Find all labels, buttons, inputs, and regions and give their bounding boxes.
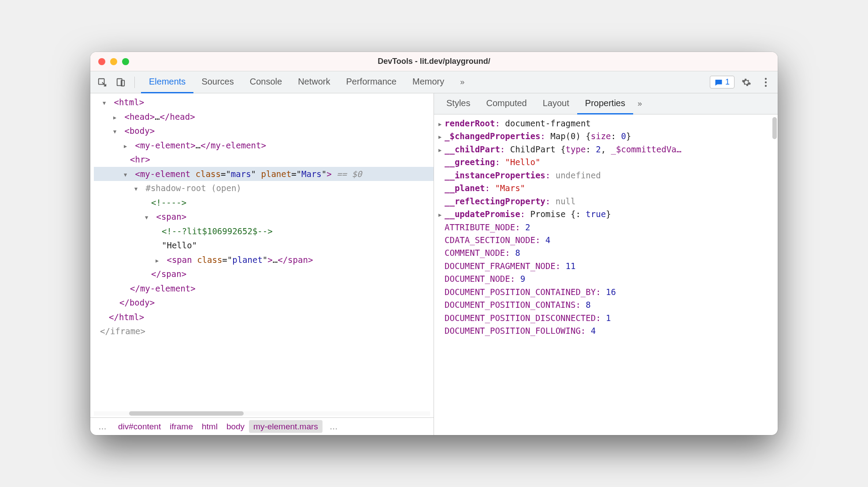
property-row[interactable]: DOCUMENT_POSITION_DISCONNECTED: 1 <box>438 312 773 325</box>
tab-sources[interactable]: Sources <box>193 71 241 93</box>
dom-html-close[interactable]: </html> <box>94 310 434 325</box>
vertical-scrollbar-thumb[interactable] <box>772 117 777 139</box>
property-row[interactable]: DOCUMENT_POSITION_FOLLOWING: 4 <box>438 325 773 337</box>
crumb-overflow-left[interactable]: … <box>94 420 111 433</box>
settings-icon[interactable] <box>739 75 754 90</box>
dom-comment-2[interactable]: <!--?lit$106992652$--> <box>94 224 434 239</box>
subtab-styles[interactable]: Styles <box>438 93 478 114</box>
dom-head[interactable]: <head>…</head> <box>94 110 434 124</box>
property-row[interactable]: DOCUMENT_FRAGMENT_NODE: 11 <box>438 260 773 273</box>
maximize-window-button[interactable] <box>122 58 129 65</box>
properties-list[interactable]: renderRoot: document-fragment_$changedPr… <box>434 114 778 435</box>
breadcrumb-item[interactable]: html <box>197 420 222 433</box>
dom-my-element-selected[interactable]: <my-element class="mars" planet="Mars"> … <box>94 167 434 181</box>
expand-arrow-icon[interactable] <box>113 124 119 137</box>
main-split: <html> <head>…</head> <body> <my-element… <box>90 93 778 435</box>
property-row[interactable]: __reflectingProperty: null <box>438 195 773 208</box>
sidebar-tabs: StylesComputedLayoutProperties» <box>434 93 778 114</box>
svg-point-4 <box>765 81 767 83</box>
close-window-button[interactable] <box>98 58 105 65</box>
property-row[interactable]: __planet: "Mars" <box>438 182 773 195</box>
dom-shadow-root[interactable]: #shadow-root (open) <box>94 181 434 196</box>
device-toggle-icon[interactable] <box>113 75 128 90</box>
expand-arrow-icon[interactable] <box>113 110 119 123</box>
expand-arrow-icon[interactable] <box>103 96 109 108</box>
dom-comment-1[interactable]: <!----> <box>94 196 434 210</box>
expand-arrow-icon[interactable] <box>145 210 151 223</box>
dom-text-hello[interactable]: "Hello" <box>94 238 434 253</box>
expand-arrow-icon[interactable] <box>438 117 445 129</box>
dom-hr[interactable]: <hr> <box>94 152 434 167</box>
traffic-lights <box>90 58 129 65</box>
dom-body-close[interactable]: </body> <box>94 295 434 310</box>
dom-span-open[interactable]: <span> <box>94 210 434 224</box>
dom-span-close[interactable]: </span> <box>94 267 434 281</box>
more-tabs-button[interactable]: » <box>456 77 469 87</box>
minimize-window-button[interactable] <box>110 58 117 65</box>
tab-memory[interactable]: Memory <box>404 71 452 93</box>
dom-body-open[interactable]: <body> <box>94 124 434 138</box>
property-row[interactable]: renderRoot: document-fragment <box>438 117 773 130</box>
svg-point-3 <box>765 77 767 79</box>
kebab-menu-icon[interactable] <box>758 75 773 90</box>
property-row[interactable]: CDATA_SECTION_NODE: 4 <box>438 234 773 247</box>
issues-button[interactable]: 1 <box>710 76 734 89</box>
expand-arrow-icon[interactable] <box>156 253 162 266</box>
inspect-icon[interactable] <box>95 75 110 90</box>
window-title: DevTools - lit.dev/playground/ <box>90 57 778 66</box>
subtab-computed[interactable]: Computed <box>478 93 534 114</box>
breadcrumb-item[interactable]: iframe <box>165 420 197 433</box>
property-row[interactable]: DOCUMENT_NODE: 9 <box>438 273 773 285</box>
horizontal-scrollbar[interactable] <box>94 411 430 416</box>
subtab-layout[interactable]: Layout <box>535 93 577 114</box>
tab-performance[interactable]: Performance <box>338 71 405 93</box>
titlebar: DevTools - lit.dev/playground/ <box>90 52 778 71</box>
expand-arrow-icon[interactable] <box>134 181 141 194</box>
expand-arrow-icon[interactable] <box>438 143 445 155</box>
property-row[interactable]: _$changedProperties: Map(0) {size: 0} <box>438 130 773 143</box>
crumb-overflow-right[interactable]: … <box>325 420 342 433</box>
breadcrumbs: … div#contentiframehtmlbodymy-element.ma… <box>90 417 434 435</box>
expand-arrow-icon[interactable] <box>438 129 445 142</box>
toolbar-right: 1 <box>710 75 773 90</box>
dom-my-element-close[interactable]: </my-element> <box>94 281 434 296</box>
more-subtabs-button[interactable]: » <box>633 99 646 108</box>
toolbar-separator <box>134 77 135 88</box>
property-row[interactable]: __greeting: "Hello" <box>438 156 773 169</box>
issues-count: 1 <box>725 77 730 87</box>
property-row[interactable]: __updatePromise: Promise {: true} <box>438 208 773 221</box>
tab-network[interactable]: Network <box>290 71 338 93</box>
subtab-properties[interactable]: Properties <box>577 93 633 114</box>
dom-iframe-cutoff: </iframe> <box>94 324 434 339</box>
dom-span-planet[interactable]: <span class="planet">…</span> <box>94 253 434 267</box>
property-row[interactable]: DOCUMENT_POSITION_CONTAINS: 8 <box>438 299 773 311</box>
breadcrumb-item[interactable]: body <box>222 420 249 433</box>
dom-my-element-1[interactable]: <my-element>…</my-element> <box>94 138 434 153</box>
tab-elements[interactable]: Elements <box>141 71 193 93</box>
property-row[interactable]: __instanceProperties: undefined <box>438 169 773 182</box>
main-toolbar: ElementsSourcesConsoleNetworkPerformance… <box>90 71 778 93</box>
tab-console[interactable]: Console <box>242 71 290 93</box>
property-row[interactable]: COMMENT_NODE: 8 <box>438 247 773 259</box>
expand-arrow-icon[interactable] <box>124 167 130 180</box>
property-row[interactable]: __childPart: ChildPart {type: 2, _$commi… <box>438 143 773 156</box>
breadcrumb-item[interactable]: my-element.mars <box>249 420 323 433</box>
property-row[interactable]: ATTRIBUTE_NODE: 2 <box>438 221 773 234</box>
expand-arrow-icon[interactable] <box>124 139 130 151</box>
devtools-window: DevTools - lit.dev/playground/ ElementsS… <box>90 52 778 435</box>
main-tabs: ElementsSourcesConsoleNetworkPerformance… <box>141 71 452 93</box>
expand-arrow-icon[interactable] <box>438 207 445 220</box>
svg-point-5 <box>765 85 767 86</box>
dom-html-open[interactable]: <html> <box>94 95 434 110</box>
property-row[interactable]: DOCUMENT_POSITION_CONTAINED_BY: 16 <box>438 286 773 299</box>
dom-tree[interactable]: <html> <head>…</head> <body> <my-element… <box>90 93 434 411</box>
scrollbar-thumb[interactable] <box>129 411 244 416</box>
sidebar-panel: StylesComputedLayoutProperties» renderRo… <box>434 93 778 435</box>
breadcrumb-item[interactable]: div#content <box>114 420 165 433</box>
elements-panel: <html> <head>…</head> <body> <my-element… <box>90 93 434 435</box>
